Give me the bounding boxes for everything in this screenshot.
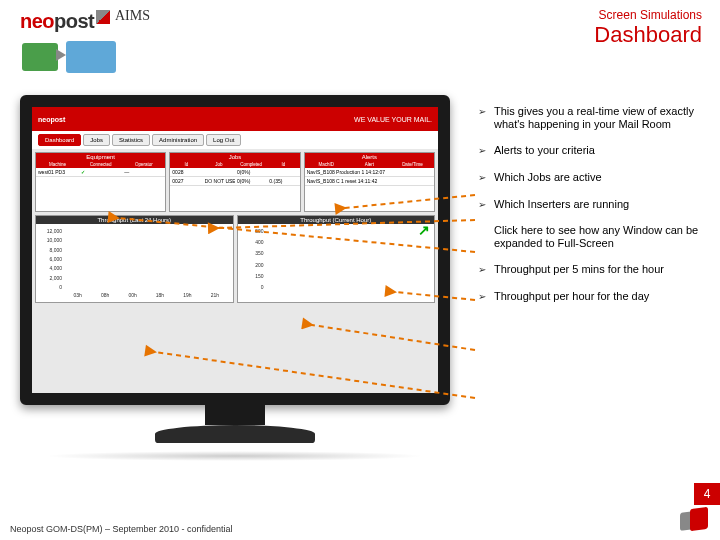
panel-alerts-cols: MachID Alert Date/Time [305,161,434,168]
ytick: 0 [238,284,264,290]
bullet-text: Which Jobs are active [494,171,702,184]
ytick: 2,000 [36,275,62,281]
ytick: 350 [238,250,264,256]
cell: NavIS_B108 C 1 reset 14:11:42 [305,177,434,185]
panel-jobs: Jobs Id Job Completed Id 0028 0(0%) [169,152,300,212]
cell-operator: — [122,168,165,176]
cell: 0027 [170,177,202,185]
graphic-box-blue [66,41,116,73]
cell: 0.(35) [267,177,299,185]
cell-machine: west01 PD3 [36,168,79,176]
ytick: 10,000 [36,237,62,243]
graphic-box-green [22,43,58,71]
header-right: Screen Simulations Dashboard [594,8,702,48]
chevron-icon: ➢ [478,263,494,276]
bullet-item: ➢Click here to see how any Window can be… [478,224,702,249]
col-datetime: Date/Time [391,161,434,168]
panel-equipment-cols: Machine Connected Operator [36,161,165,168]
bullet-item: ➢This gives you a real-time view of exac… [478,105,702,130]
chart-hour-title: Throughput (Current Hour) [238,216,435,224]
bullet-text: Throughput per hour for the day [494,290,702,303]
bullet-text: Click here to see how any Window can be … [494,224,702,249]
check-icon [79,168,122,176]
col-id2: Id [267,161,299,168]
monitor-mockup: neopost WE VALUE YOUR MAIL. Dashboard Jo… [20,95,450,461]
xtick: 00h [119,292,146,302]
chart-24h-bars [64,228,229,290]
bullet-item: ➢Throughput per 5 mins for the hour [478,263,702,276]
table-row: NavIS_B108 C 1 reset 14:11:42 [305,177,434,186]
chart-24h-xaxis: 03h 08h 00h 18h 19h 21h [64,292,229,302]
xtick: 08h [91,292,118,302]
slide-header: neopost AIMS Screen Simulations Dashboar… [0,0,720,60]
table-row: NavIS_B108 Production 1 14:12:07 [305,168,434,177]
col-job: Job [203,161,235,168]
charts-row: Throughput (Last 24 Hours) 12,000 10,000… [32,215,438,306]
panels-grid: Equipment Machine Connected Operator wes… [32,149,438,215]
bullet-text: This gives you a real-time view of exact… [494,105,702,130]
chart-24h-title: Throughput (Last 24 Hours) [36,216,233,224]
product-name: AIMS [115,8,150,24]
logo-part1: neo [20,10,54,32]
app-tagline: WE VALUE YOUR MAIL. [354,116,432,123]
chevron-icon: ➢ [478,198,494,211]
xtick: 21h [201,292,228,302]
page-number: 4 [694,483,720,505]
bullet-item: ➢Which Jobs are active [478,171,702,184]
ytick: 400 [238,239,264,245]
chart-hour-yaxis: 500 400 350 200 150 0 [238,228,264,290]
panel-jobs-title: Jobs [170,153,299,161]
chart-throughput-24h: Throughput (Last 24 Hours) 12,000 10,000… [35,215,234,303]
panel-equipment: Equipment Machine Connected Operator wes… [35,152,166,212]
ytick: 150 [238,273,264,279]
xtick: 18h [146,292,173,302]
bullet-list: ➢This gives you a real-time view of exac… [478,105,702,317]
chevron-icon: ➢ [478,171,494,184]
fullscreen-arrow-icon[interactable]: ↗ [418,222,430,238]
corner-logo-red [690,507,708,532]
col-machine: Machine [36,161,79,168]
cell: DO NOT USE [203,177,235,185]
bullet-item: ➢Which Inserters are running [478,198,702,211]
cell [267,168,299,176]
section-label: Screen Simulations [594,8,702,22]
col-connected: Connected [79,161,122,168]
monitor-stand [170,405,300,455]
cell: 0028 [170,168,202,176]
nav-jobs[interactable]: Jobs [83,134,110,146]
ytick: 500 [238,228,264,234]
col-completed: Completed [235,161,267,168]
nav-dashboard[interactable]: Dashboard [38,134,81,146]
ytick: 200 [238,262,264,268]
chevron-icon: ➢ [478,105,494,130]
chart-24h-body: 12,000 10,000 8,000 6,000 4,000 2,000 0 [36,224,233,302]
logo-flag-icon [96,10,110,24]
col-alert: Alert [348,161,391,168]
cell: 0(0%) [235,177,267,185]
app-logo: neopost [38,116,65,123]
chart-24h-yaxis: 12,000 10,000 8,000 6,000 4,000 2,000 0 [36,228,62,290]
nav-admin[interactable]: Administration [152,134,204,146]
graphic-arrow-icon [56,49,66,61]
ytick: 0 [36,284,62,290]
logo-part2: post [54,10,94,32]
header-graphic [18,35,138,85]
col-machid: MachID [305,161,348,168]
chart-throughput-hour: Throughput (Current Hour) 500 400 350 20… [237,215,436,303]
app-header: neopost WE VALUE YOUR MAIL. [32,107,438,131]
xtick: 03h [64,292,91,302]
chart-hour-body: 500 400 350 200 150 0 ↗ [238,224,435,302]
chevron-icon: ➢ [478,290,494,303]
nav-logout[interactable]: Log Out [206,134,241,146]
ytick: 4,000 [36,265,62,271]
xtick: 19h [174,292,201,302]
panel-alerts: Alerts MachID Alert Date/Time NavIS_B108… [304,152,435,212]
ytick: 8,000 [36,247,62,253]
screen: neopost WE VALUE YOUR MAIL. Dashboard Jo… [32,107,438,393]
app-nav: Dashboard Jobs Statistics Administration… [32,131,438,149]
brand-logo: neopost [20,10,110,33]
col-id: Id [170,161,202,168]
page-title: Dashboard [594,22,702,48]
nav-statistics[interactable]: Statistics [112,134,150,146]
cell: NavIS_B108 Production 1 14:12:07 [305,168,434,176]
